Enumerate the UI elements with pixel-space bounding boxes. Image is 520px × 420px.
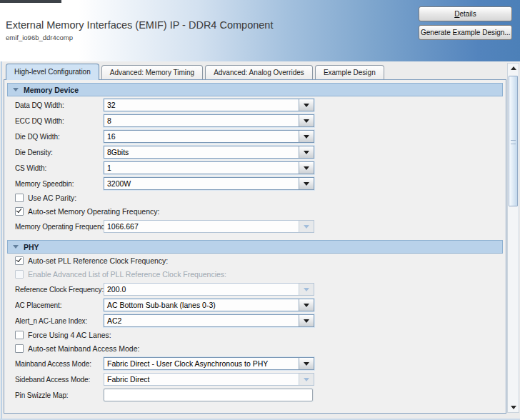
auto-set-mainband-access-mode-checkbox[interactable]	[15, 344, 24, 353]
label-die-dq-width: Die DQ Width:	[15, 133, 104, 141]
label-memory-operating-frequency: Memory Operating Frequency:	[15, 223, 104, 231]
row-auto-set-mainband-access-mode: Auto-set Mainband Access Mode:	[15, 344, 506, 354]
label-cs-width: CS Width:	[15, 164, 104, 172]
combo-value: Fabric Direct	[104, 374, 299, 385]
sideband-access-mode-combo[interactable]: Fabric Direct	[104, 373, 314, 386]
die-dq-width-combo[interactable]: 16	[104, 130, 314, 143]
combo-value: AC2	[104, 315, 299, 326]
reference-clock-frequency-combo[interactable]: 200.0	[104, 283, 314, 296]
data-dq-width-combo[interactable]: 32	[104, 99, 314, 111]
collapse-triangle-icon	[13, 88, 19, 91]
ac-placement-combo[interactable]: AC Bottom Sub-bank (lanes 0-3)	[104, 299, 314, 311]
tab-example-design[interactable]: Example Design	[315, 65, 384, 79]
dropdown-arrow-icon[interactable]	[299, 115, 314, 126]
label-mainband-access-mode: Mainband Access Mode:	[15, 360, 104, 368]
label-die-density: Die Density:	[15, 149, 104, 156]
memory-speedbin-combo[interactable]: 3200W	[104, 177, 314, 190]
row-alert-n-ac-lane-index: Alert_n AC-Lane Index:AC2	[15, 314, 506, 327]
header-buttons: DetailsGenerate Example Design...	[419, 6, 512, 40]
label-auto-set-mainband-access-mode: Auto-set Mainband Access Mode:	[28, 344, 139, 353]
dropdown-arrow-icon[interactable]	[299, 99, 314, 111]
row-use-ac-parity: Use AC Parity:	[15, 193, 506, 203]
use-ac-parity-checkbox[interactable]	[15, 194, 24, 202]
generate-example-design-button[interactable]: Generate Example Design...	[419, 25, 512, 40]
dropdown-arrow-icon[interactable]	[299, 358, 314, 369]
dropdown-arrow-icon[interactable]	[299, 315, 314, 326]
row-cs-width: CS Width:1	[15, 161, 506, 174]
die-density-combo[interactable]: 8Gbits	[104, 146, 314, 159]
combo-value: 8Gbits	[104, 146, 299, 158]
label-enable-advanced-list-of-pll-reference-clock-frequencies: Enable Advanced List of PLL Reference Cl…	[28, 270, 226, 279]
row-mainband-access-mode: Mainband Access Mode:Fabric Direct - Use…	[15, 357, 506, 370]
up-arrow-icon	[511, 66, 516, 70]
mainband-access-mode-combo[interactable]: Fabric Direct - User Clock Asynchronous …	[104, 357, 314, 370]
label-alert-n-ac-lane-index: Alert_n AC-Lane Index:	[15, 317, 104, 325]
scroll-up-button[interactable]	[508, 64, 519, 74]
section-header-memory-device[interactable]: Memory Device	[7, 83, 503, 96]
ip-parameter-editor-window: External Memory Interfaces (EMIF) IP - D…	[0, 0, 520, 420]
auto-set-memory-operating-frequency-checkbox[interactable]	[15, 207, 24, 216]
label-use-ac-parity: Use AC Parity:	[28, 194, 76, 202]
auto-set-pll-reference-clock-frequency-checkbox[interactable]	[15, 256, 24, 265]
label-auto-set-memory-operating-frequency: Auto-set Memory Operating Frequency:	[28, 207, 159, 216]
row-pin-swizzle-map: Pin Swizzle Map:	[15, 389, 506, 401]
vertical-scrollbar[interactable]	[507, 63, 519, 413]
dropdown-arrow-icon[interactable]	[299, 131, 314, 142]
section-phy: PHYAuto-set PLL Reference Clock Frequenc…	[4, 240, 506, 401]
cs-width-combo[interactable]: 1	[104, 161, 314, 174]
combo-value: 3200W	[104, 178, 299, 189]
label-pin-swizzle-map: Pin Swizzle Map:	[15, 391, 104, 399]
dropdown-arrow-icon[interactable]	[299, 284, 314, 295]
section-title: Memory Device	[24, 86, 79, 94]
dropdown-arrow-icon[interactable]	[299, 146, 314, 158]
dropdown-arrow-icon[interactable]	[299, 162, 314, 174]
combo-value: 1066.667	[104, 221, 299, 232]
label-auto-set-pll-reference-clock-frequency: Auto-set PLL Reference Clock Frequency:	[28, 256, 168, 265]
pin-swizzle-map-input[interactable]	[104, 389, 313, 401]
combo-value: 200.0	[104, 284, 299, 295]
tab-high-level-configuration[interactable]: High-level Configuration	[6, 64, 99, 80]
collapse-triangle-icon	[13, 245, 19, 249]
tab-advanced-analog-overrides[interactable]: Advanced: Analog Overrides	[205, 65, 313, 79]
header: External Memory Interfaces (EMIF) IP - D…	[0, 0, 520, 61]
tab-bar: High-level ConfigurationAdvanced: Memory…	[6, 64, 386, 80]
section-memory-device: Memory DeviceData DQ Width:32ECC DQ Widt…	[4, 83, 506, 233]
scrollbar-thumb[interactable]	[509, 76, 518, 206]
label-data-dq-width: Data DQ Width:	[15, 101, 104, 109]
row-enable-advanced-list-of-pll-reference-clock-frequencies: Enable Advanced List of PLL Reference Cl…	[15, 269, 506, 279]
label-sideband-access-mode: Sideband Access Mode:	[15, 376, 104, 384]
enable-advanced-list-of-pll-reference-clock-frequencies-checkbox[interactable]	[15, 270, 24, 279]
row-reference-clock-frequency: Reference Clock Frequency:200.0	[15, 283, 506, 296]
row-auto-set-pll-reference-clock-frequency: Auto-set PLL Reference Clock Frequency:	[15, 256, 506, 266]
memory-operating-frequency-combo[interactable]: 1066.667	[104, 220, 314, 233]
dropdown-arrow-icon[interactable]	[299, 221, 314, 232]
dropdown-arrow-icon[interactable]	[299, 299, 314, 311]
combo-value: Fabric Direct - User Clock Asynchronous …	[104, 358, 299, 369]
combo-value: 32	[104, 99, 299, 111]
thumb-grip-icon	[511, 140, 516, 144]
label-ecc-dq-width: ECC DQ Width:	[15, 117, 104, 125]
row-memory-speedbin: Memory Speedbin:3200W	[15, 177, 506, 190]
combo-value: AC Bottom Sub-bank (lanes 0-3)	[104, 299, 299, 311]
row-force-using-4-ac-lanes: Force Using 4 AC Lanes:	[15, 330, 506, 340]
combo-value: 8	[104, 115, 299, 126]
combo-value: 1	[104, 162, 299, 174]
section-title: PHY	[24, 243, 39, 251]
label-reference-clock-frequency: Reference Clock Frequency:	[15, 286, 104, 294]
window-top-edge	[0, 0, 61, 3]
scroll-down-button[interactable]	[508, 402, 519, 412]
label-force-using-4-ac-lanes: Force Using 4 AC Lanes:	[28, 331, 111, 339]
dropdown-arrow-icon[interactable]	[299, 374, 314, 385]
alert-n-ac-lane-index-combo[interactable]: AC2	[104, 314, 314, 327]
label-memory-speedbin: Memory Speedbin:	[15, 180, 104, 188]
down-arrow-icon	[511, 406, 516, 409]
row-data-dq-width: Data DQ Width:32	[15, 99, 506, 111]
section-header-phy[interactable]: PHY	[7, 240, 503, 254]
details-button[interactable]: Details	[419, 6, 512, 21]
ecc-dq-width-combo[interactable]: 8	[104, 114, 314, 127]
tab-advanced-memory-timing[interactable]: Advanced: Memory Timing	[101, 65, 203, 79]
row-auto-set-memory-operating-frequency: Auto-set Memory Operating Frequency:	[15, 206, 506, 216]
force-using-4-ac-lanes-checkbox[interactable]	[15, 331, 24, 339]
dropdown-arrow-icon[interactable]	[299, 178, 314, 189]
window-left-edge	[1, 61, 2, 419]
